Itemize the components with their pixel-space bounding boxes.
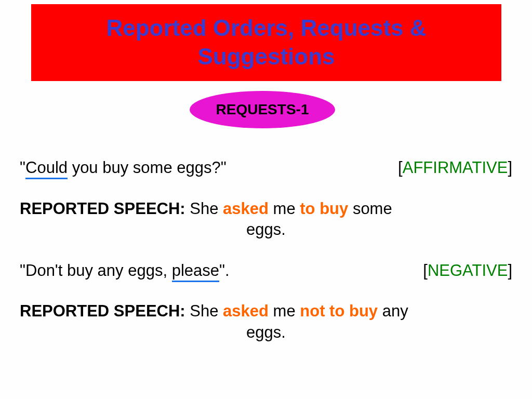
negative-reported-line-2: eggs. [20, 321, 512, 345]
quote-rest: you buy some eggs?" [68, 158, 227, 177]
rs-label: REPORTED SPEECH: [20, 200, 185, 218]
please-underlined: please [172, 261, 219, 282]
rs-neg-part2: me [269, 302, 300, 320]
affirmative-reported-line-2: eggs. [20, 218, 512, 242]
negative-tag-text: NEGATIVE [428, 261, 508, 280]
title-text: Reported Orders, Requests & Suggestions [42, 14, 491, 71]
rs-neg-notbuy: not to buy [300, 302, 378, 320]
subtitle-oval: Requests-1 [190, 91, 335, 128]
affirmative-quote: "Could you buy some eggs?" [20, 156, 227, 180]
rs-neg-part3: any [378, 302, 408, 320]
negative-quote-row: "Don't buy any eggs, please". [NEGATIVE] [20, 259, 512, 283]
rs-neg-part1: She [185, 302, 223, 320]
affirmative-tag: [AFFIRMATIVE] [398, 156, 512, 180]
rs-neg-asked: asked [223, 302, 269, 320]
content-body: "Could you buy some eggs?" [AFFIRMATIVE]… [20, 156, 512, 344]
affirmative-tag-text: AFFIRMATIVE [403, 158, 508, 177]
neg-quote-start: "Don't buy any eggs, [20, 261, 172, 280]
rs-part3: some [348, 200, 392, 218]
rs-tobuy: to buy [300, 200, 348, 218]
subtitle-text: Requests-1 [216, 101, 309, 118]
rs-asked: asked [223, 200, 269, 218]
negative-quote: "Don't buy any eggs, please". [20, 259, 230, 283]
affirmative-quote-row: "Could you buy some eggs?" [AFFIRMATIVE] [20, 156, 512, 180]
quote-open: " [20, 158, 25, 177]
rs-part2: me [269, 200, 300, 218]
could-underlined: Could [25, 158, 68, 179]
negative-tag: [NEGATIVE] [423, 259, 512, 283]
rs-part1: She [185, 200, 223, 218]
neg-quote-close: ". [219, 261, 230, 280]
title-banner: Reported Orders, Requests & Suggestions [31, 4, 501, 81]
rs-label-neg: REPORTED SPEECH: [20, 302, 185, 320]
